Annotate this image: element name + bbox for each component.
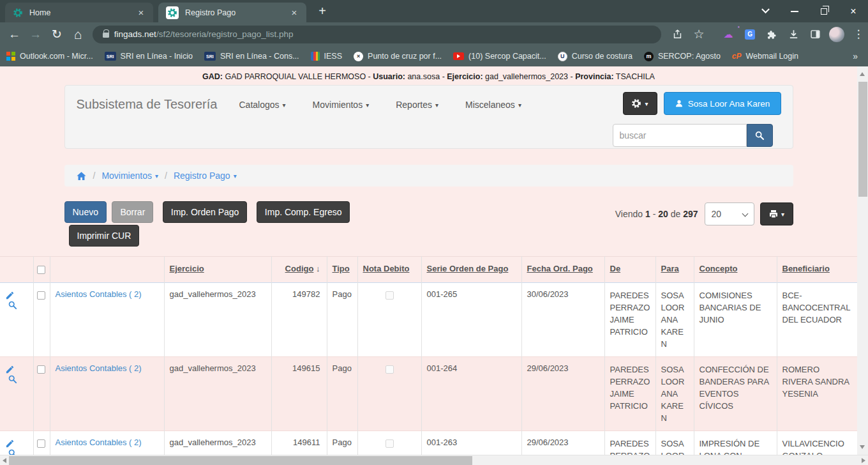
header-ejercicio[interactable]: Ejercicio bbox=[170, 264, 204, 273]
menu-miscelaneos[interactable]: Miscelaneos▾ bbox=[452, 100, 535, 110]
close-button[interactable]: × bbox=[839, 0, 868, 22]
side-panel-icon[interactable] bbox=[805, 26, 825, 43]
menu-movimientos[interactable]: Movimientos▾ bbox=[299, 100, 383, 110]
scroll-down-arrow-icon[interactable] bbox=[860, 445, 865, 449]
vertical-scrollbar-thumb[interactable] bbox=[858, 82, 867, 197]
forward-button[interactable]: → bbox=[25, 27, 46, 42]
user-account-button[interactable]: Sosa Loor Ana Karen bbox=[664, 92, 781, 115]
chevron-down-icon: ▾ bbox=[234, 172, 237, 179]
bookmarks-overflow-chevron[interactable]: » bbox=[853, 51, 862, 61]
cell-concepto: IMPRESIÓN DE LONA CON DISTIVIVO DE bbox=[694, 431, 777, 455]
address-bar[interactable]: fingads.net /sf2/tesoreria/registro_pago… bbox=[93, 26, 661, 43]
view-magnifier-icon[interactable] bbox=[8, 300, 17, 310]
edit-pencil-icon[interactable] bbox=[5, 439, 15, 448]
vertical-scrollbar[interactable] bbox=[857, 66, 868, 455]
cell-ejercicio: gad_vallehermos_2023 bbox=[164, 283, 271, 357]
bookmark-punto-de-cruz[interactable]: × Punto de cruz por f... bbox=[354, 52, 442, 61]
url-domain: fingads.net bbox=[114, 29, 156, 39]
settings-gear-button[interactable]: ▾ bbox=[623, 92, 657, 115]
tab-close-icon[interactable]: × bbox=[135, 7, 147, 19]
scroll-left-arrow-icon[interactable] bbox=[3, 458, 6, 463]
bookmark-iess[interactable]: IESS bbox=[311, 52, 343, 61]
extension-cloud-icon[interactable]: ☁⋆ bbox=[719, 26, 738, 43]
breadcrumb: / Movimientos▾ / Registro Pago▾ bbox=[64, 165, 793, 187]
search-button[interactable] bbox=[747, 124, 773, 147]
imp-orden-pago-button[interactable]: Imp. Orden Pago bbox=[163, 201, 248, 223]
menu-reportes[interactable]: Reportes▾ bbox=[382, 100, 452, 110]
bookmark-webmail[interactable]: cP Webmail Login bbox=[732, 52, 798, 61]
table-row: Asientos Contables ( 2) gad_vallehermos_… bbox=[0, 283, 857, 357]
scroll-right-arrow-icon[interactable] bbox=[862, 458, 865, 463]
toolbar-actions: ☆ ☁⋆ G ⋮ bbox=[668, 26, 868, 43]
header-codigo[interactable]: Codigo bbox=[285, 264, 314, 273]
nuevo-button[interactable]: Nuevo bbox=[64, 201, 107, 223]
cell-serie: 001-264 bbox=[421, 357, 521, 431]
bookmark-sercop-agosto[interactable]: m SERCOP: Agosto bbox=[644, 52, 721, 61]
cell-concepto: COMISIONES BANCARIAS DE JUNIO bbox=[694, 283, 777, 357]
bookmark-outlook[interactable]: Outlook.com - Micr... bbox=[6, 52, 93, 61]
tab-search-chevron-icon[interactable] bbox=[751, 0, 780, 22]
row-checkbox[interactable] bbox=[37, 365, 45, 374]
tab-close-icon[interactable]: × bbox=[288, 7, 300, 19]
chevron-down-icon: ▾ bbox=[283, 102, 286, 109]
edit-pencil-icon[interactable] bbox=[5, 291, 15, 300]
back-button[interactable]: ← bbox=[4, 27, 25, 42]
new-tab-button[interactable]: + bbox=[314, 4, 331, 19]
row-checkbox[interactable] bbox=[37, 291, 45, 300]
horizontal-scrollbar-thumb[interactable] bbox=[9, 456, 472, 465]
restore-button[interactable] bbox=[809, 0, 839, 22]
asientos-contables-link[interactable]: Asientos Contables ( 2) bbox=[56, 289, 142, 299]
header-nota-debito[interactable]: Nota Debito bbox=[363, 264, 410, 273]
bookmark-sri-consultas[interactable]: SRI SRI en Línea - Cons... bbox=[204, 52, 299, 61]
downloads-icon[interactable] bbox=[784, 26, 803, 43]
header-para[interactable]: Para bbox=[661, 264, 679, 273]
bookmark-sri-inicio[interactable]: SRI SRI en Línea - Inicio bbox=[105, 52, 193, 61]
tab-registro-pago[interactable]: Registro Pago × bbox=[158, 3, 306, 22]
row-checkbox[interactable] bbox=[37, 439, 45, 448]
asientos-contables-link[interactable]: Asientos Contables ( 2) bbox=[56, 363, 142, 373]
header-de[interactable]: De bbox=[610, 264, 621, 273]
breadcrumb-movimientos[interactable]: Movimientos▾ bbox=[101, 171, 158, 181]
header-beneficiario[interactable]: Beneficiario bbox=[782, 264, 830, 273]
nota-debito-checkbox bbox=[385, 365, 394, 374]
cell-codigo: 149611 bbox=[271, 431, 327, 455]
minimize-button[interactable] bbox=[780, 0, 809, 22]
bookmark-sercop-youtube[interactable]: (10) Sercop Capacit... bbox=[453, 52, 546, 61]
translate-icon[interactable]: G bbox=[740, 26, 760, 43]
header-concepto[interactable]: Concepto bbox=[700, 264, 738, 273]
select-all-checkbox[interactable] bbox=[37, 266, 45, 274]
bookmark-curso-costura[interactable]: U Curso de costura bbox=[558, 52, 632, 61]
horizontal-scrollbar[interactable] bbox=[0, 455, 868, 465]
page-size-select[interactable]: 20 bbox=[705, 202, 754, 225]
asientos-contables-link[interactable]: Asientos Contables ( 2) bbox=[56, 438, 142, 447]
search-input[interactable] bbox=[613, 124, 747, 147]
imp-comp-egreso-button[interactable]: Imp. Comp. Egreso bbox=[257, 201, 350, 223]
cell-para: SOSA LOOR ANA KAREN bbox=[655, 283, 694, 357]
edit-pencil-icon[interactable] bbox=[5, 365, 15, 374]
browser-home-button[interactable]: ⌂ bbox=[68, 27, 89, 42]
imprimir-cur-button[interactable]: Imprimir CUR bbox=[69, 225, 140, 247]
view-magnifier-icon[interactable] bbox=[8, 448, 17, 455]
gad-value: GAD PARROQUIAL VALLE HERMOSO bbox=[225, 72, 366, 81]
header-fecha-ord-pago[interactable]: Fecha Ord. Pago bbox=[527, 264, 593, 273]
header-tipo[interactable]: Tipo bbox=[333, 264, 350, 273]
borrar-button[interactable]: Borrar bbox=[112, 201, 153, 223]
print-dropdown-button[interactable]: ▾ bbox=[760, 202, 793, 225]
reload-button[interactable]: ↻ bbox=[46, 27, 67, 42]
header-serie-orden-pago[interactable]: Serie Orden de Pago bbox=[427, 264, 509, 273]
profile-avatar[interactable] bbox=[827, 26, 846, 43]
view-magnifier-icon[interactable] bbox=[8, 374, 17, 384]
browser-tab-strip: Home × Registro Pago × + × bbox=[0, 0, 868, 22]
search-icon bbox=[754, 130, 765, 141]
browser-menu-dots-icon[interactable]: ⋮ bbox=[849, 26, 868, 43]
extensions-puzzle-icon[interactable] bbox=[762, 26, 781, 43]
lock-icon[interactable] bbox=[103, 33, 109, 38]
bookmark-star-icon[interactable]: ☆ bbox=[689, 26, 708, 43]
menu-catalogos[interactable]: Catalogos▾ bbox=[226, 100, 299, 110]
scroll-up-arrow-icon[interactable] bbox=[860, 72, 865, 76]
home-icon[interactable] bbox=[76, 171, 87, 181]
tab-home[interactable]: Home × bbox=[5, 3, 153, 22]
breadcrumb-registro-pago[interactable]: Registro Pago▾ bbox=[174, 171, 237, 181]
share-icon[interactable] bbox=[668, 26, 687, 43]
viewing-range: Viendo 1 - 20 de 297 bbox=[615, 209, 698, 219]
